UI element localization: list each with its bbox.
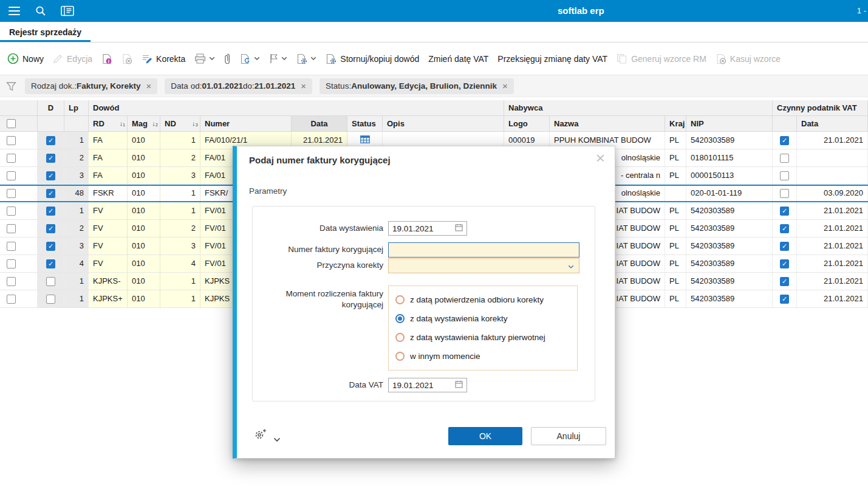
- vat-checkbox[interactable]: [780, 207, 789, 216]
- numer-korygujacej-input[interactable]: [388, 242, 579, 258]
- d-checkbox[interactable]: [46, 136, 55, 145]
- kraj-cell: PL: [665, 132, 686, 149]
- select-all-checkbox[interactable]: [7, 119, 16, 128]
- filter-chip-2[interactable]: Status: Anulowany, Edycja, Brulion, Dzie…: [320, 78, 514, 94]
- vat-checkbox[interactable]: [780, 295, 789, 304]
- d-checkbox[interactable]: [46, 224, 55, 233]
- app-title: softlab erp: [558, 5, 604, 16]
- filter-funnel-icon[interactable]: [6, 81, 16, 91]
- nip-cell: 020-01-01-119: [686, 186, 773, 201]
- col-header-logo[interactable]: Logo: [504, 116, 550, 132]
- vat-check-cell: [773, 273, 797, 290]
- radio-option-0[interactable]: z datą potwierdzenia odbioru korekty: [395, 290, 577, 309]
- row-select-checkbox[interactable]: [7, 277, 16, 286]
- vat-checkbox[interactable]: [780, 242, 789, 251]
- close-icon[interactable]: ×: [301, 81, 306, 91]
- przyczyna-korekty-select[interactable]: [388, 258, 579, 273]
- col-header-nd[interactable]: ND↓₃: [160, 116, 200, 132]
- calendar-icon[interactable]: [455, 380, 463, 390]
- col-header-vat-data[interactable]: Data: [797, 116, 868, 132]
- toolbar: NowyEdycjaKorektaStornuj/kopiuj dowódZmi…: [0, 43, 868, 75]
- przeksieguj-zmiane-daty-vat-button[interactable]: Przeksięguj zmianę daty VAT: [497, 54, 607, 64]
- close-icon[interactable]: ×: [596, 150, 605, 166]
- group-header-dowod[interactable]: Dowód: [89, 100, 504, 116]
- korekta-button[interactable]: Korekta: [142, 53, 185, 64]
- vat-checkbox[interactable]: [780, 277, 789, 286]
- zmien-date-vat-button[interactable]: Zmień datę VAT: [428, 54, 488, 64]
- print-button[interactable]: [194, 53, 215, 64]
- generuj-wzorce-rm-button[interactable]: Generuj wzorce RM: [617, 53, 706, 64]
- vat-checkbox[interactable]: [780, 224, 789, 233]
- group-header-czynny-podatnik-vat[interactable]: Czynny podatnik VAT: [773, 100, 868, 116]
- filter-chip-1[interactable]: Data od: 01.01.2021 do: 21.01.2021×: [165, 78, 312, 94]
- d-checkbox[interactable]: [46, 171, 55, 180]
- edycja-button[interactable]: Edycja: [53, 53, 92, 64]
- d-checkbox[interactable]: [46, 242, 55, 251]
- vat-checkbox[interactable]: [780, 259, 789, 268]
- kasuj-wzorce-button[interactable]: Kasuj wzorce: [716, 53, 781, 64]
- group-header-d[interactable]: D: [38, 100, 64, 116]
- ok-button[interactable]: OK: [448, 427, 522, 445]
- doc-info-button[interactable]: [101, 53, 112, 64]
- group-header-nabywca[interactable]: Nabywca: [504, 100, 773, 116]
- filter-chip-0[interactable]: Rodzaj dok.: Faktury, Korekty×: [25, 78, 157, 94]
- group-header-lp[interactable]: Lp: [64, 100, 89, 116]
- tab-rejestr-sprzedazy[interactable]: Rejestr sprzedaży: [0, 22, 91, 42]
- przyczyna-korekty-row: Przyczyna korekty: [253, 258, 595, 273]
- col-header-rd[interactable]: RD↓₁: [89, 116, 128, 132]
- row-select-checkbox[interactable]: [7, 154, 16, 163]
- col-header-data[interactable]: Data: [292, 116, 347, 132]
- d-checkbox[interactable]: [46, 259, 55, 268]
- d-checkbox[interactable]: [46, 189, 55, 198]
- d-checkbox[interactable]: [46, 207, 55, 216]
- doc-refresh-button[interactable]: [240, 53, 260, 64]
- doc-remove-button[interactable]: [121, 53, 132, 64]
- nowy-button[interactable]: Nowy: [7, 53, 44, 64]
- vat-checkbox[interactable]: [780, 171, 789, 180]
- vat-checkbox[interactable]: [780, 136, 789, 145]
- col-header-kraj[interactable]: Kraj: [665, 116, 686, 132]
- radio-option-3[interactable]: w innym momencie: [395, 347, 577, 366]
- register-icon[interactable]: [58, 2, 77, 19]
- vat-checkbox[interactable]: [780, 189, 789, 198]
- radio-option-1[interactable]: z datą wystawienia korekty: [395, 309, 577, 328]
- col-header-nazwa[interactable]: Nazwa: [550, 116, 665, 132]
- d-checkbox[interactable]: [46, 277, 55, 286]
- col-header-opis[interactable]: Opis: [383, 116, 504, 132]
- korekta-icon: [142, 53, 152, 64]
- data-vat-input[interactable]: 19.01.2021: [388, 378, 467, 392]
- close-icon[interactable]: ×: [502, 81, 508, 91]
- row-select-checkbox[interactable]: [7, 224, 16, 233]
- cancel-button[interactable]: Anuluj: [531, 427, 606, 445]
- data-wystawienia-input[interactable]: 19.01.2021: [388, 221, 467, 236]
- row-select-checkbox[interactable]: [7, 242, 16, 251]
- radio-icon: [395, 352, 405, 361]
- stornuj-kopiuj-dowod-button[interactable]: Stornuj/kopiuj dowód: [326, 53, 419, 64]
- plus-circle-icon: [7, 53, 19, 64]
- row-select-checkbox[interactable]: [7, 171, 16, 180]
- d-checkbox[interactable]: [46, 154, 55, 163]
- row-select-checkbox[interactable]: [7, 207, 16, 216]
- doc-settings-button[interactable]: [296, 53, 316, 64]
- close-icon[interactable]: ×: [146, 81, 152, 91]
- row-select-checkbox[interactable]: [7, 189, 16, 198]
- row-select-checkbox[interactable]: [7, 259, 16, 268]
- nip-cell: 5420303589: [686, 290, 773, 307]
- attach-button[interactable]: [224, 53, 231, 64]
- row-select-checkbox[interactable]: [7, 136, 16, 145]
- col-header-mag[interactable]: Mag↓₂: [128, 116, 160, 132]
- vat-checkbox[interactable]: [780, 154, 789, 163]
- col-header-status[interactable]: Status: [347, 116, 383, 132]
- chevron-down-icon[interactable]: [273, 434, 281, 445]
- row-select-checkbox[interactable]: [7, 295, 16, 304]
- menu-icon[interactable]: [5, 2, 23, 19]
- d-checkbox[interactable]: [46, 295, 55, 304]
- calendar-icon[interactable]: [455, 224, 463, 233]
- flag-button[interactable]: [269, 53, 287, 64]
- gear-icon[interactable]: [254, 428, 268, 443]
- search-icon[interactable]: [32, 2, 50, 19]
- col-header-numer[interactable]: Numer: [200, 116, 292, 132]
- nip-cell: 5420303589: [686, 132, 773, 149]
- radio-option-2[interactable]: z datą wystawienia faktury pierwotnej: [395, 328, 577, 347]
- col-header-nip[interactable]: NIP: [686, 116, 773, 132]
